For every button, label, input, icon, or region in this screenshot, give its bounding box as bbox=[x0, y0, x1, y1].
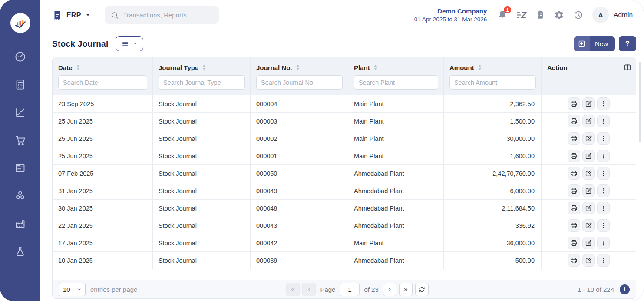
print-button[interactable] bbox=[568, 115, 580, 127]
cell-actions bbox=[542, 113, 636, 130]
view-menu-button[interactable] bbox=[116, 36, 143, 51]
table-row[interactable]: 25 Jun 2025 Stock Journal 000003 Main Pl… bbox=[53, 112, 636, 130]
column-chooser-icon[interactable] bbox=[624, 64, 631, 71]
table-row[interactable]: 22 Jan 2025 Stock Journal 000043 Ahmedab… bbox=[53, 217, 636, 234]
table-row[interactable]: 23 Sep 2025 Stock Journal 000004 Main Pl… bbox=[53, 95, 636, 112]
more-options-button[interactable] bbox=[597, 150, 610, 162]
fiscal-period: 01 Apr 2025 to 31 Mar 2026 bbox=[414, 16, 487, 24]
sort-icon[interactable] bbox=[296, 65, 300, 70]
more-options-button[interactable] bbox=[597, 219, 610, 232]
sort-icon[interactable] bbox=[478, 65, 482, 70]
sidebar-item-documents[interactable] bbox=[14, 162, 26, 174]
page-size-select[interactable]: 10 bbox=[59, 283, 86, 296]
tasks-button[interactable] bbox=[535, 10, 545, 20]
edit-button[interactable] bbox=[582, 97, 595, 110]
user-name: Admin bbox=[614, 11, 633, 19]
edit-button[interactable] bbox=[582, 254, 595, 267]
more-options-button[interactable] bbox=[597, 115, 610, 127]
table-row[interactable]: 10 Jan 2025 Stock Journal 000039 Ahmedab… bbox=[53, 251, 636, 269]
cell-amount: 336.92 bbox=[444, 217, 542, 234]
more-options-button[interactable] bbox=[597, 184, 610, 197]
sidebar-item-manufacturing[interactable] bbox=[14, 217, 26, 230]
edit-button[interactable] bbox=[582, 219, 595, 232]
edit-button[interactable] bbox=[582, 167, 595, 180]
next-page-button[interactable]: › bbox=[383, 283, 396, 296]
first-page-button[interactable]: « bbox=[286, 283, 300, 296]
edit-button[interactable] bbox=[582, 150, 595, 162]
table-row[interactable]: 30 Jan 2025 Stock Journal 000048 Ahmedab… bbox=[53, 199, 636, 217]
more-options-button[interactable] bbox=[597, 167, 610, 180]
search-journal-type-input[interactable] bbox=[159, 75, 245, 90]
sidebar-item-quality[interactable] bbox=[14, 245, 26, 258]
sort-icon[interactable] bbox=[76, 65, 80, 70]
info-icon[interactable]: i bbox=[620, 284, 630, 294]
more-options-button[interactable] bbox=[597, 97, 610, 110]
sidebar-item-accounting[interactable] bbox=[14, 78, 26, 90]
history-button[interactable] bbox=[573, 10, 583, 20]
print-button[interactable] bbox=[568, 254, 580, 267]
erp-module-menu[interactable]: ERP bbox=[52, 10, 91, 20]
column-header-journal-no[interactable]: Journal No. bbox=[251, 57, 348, 74]
more-options-button[interactable] bbox=[597, 237, 610, 249]
sidebar-item-inventory[interactable] bbox=[14, 190, 26, 202]
search-journal-no-input[interactable] bbox=[256, 75, 343, 90]
print-button[interactable] bbox=[568, 97, 580, 110]
print-button[interactable] bbox=[568, 132, 580, 145]
print-button[interactable] bbox=[568, 184, 580, 197]
print-button[interactable] bbox=[568, 219, 580, 232]
edit-icon bbox=[585, 100, 592, 107]
user-menu[interactable]: A Admin bbox=[592, 7, 633, 23]
more-options-button[interactable] bbox=[597, 202, 610, 214]
edit-button[interactable] bbox=[582, 184, 595, 197]
edit-icon bbox=[585, 170, 592, 177]
vertical-scrollbar[interactable] bbox=[639, 62, 641, 142]
kebab-menu-icon bbox=[600, 187, 607, 194]
edit-button[interactable] bbox=[582, 237, 595, 249]
table-row[interactable]: 17 Jan 2025 Stock Journal 000042 Main Pl… bbox=[53, 234, 636, 251]
sidebar-item-sales[interactable] bbox=[14, 134, 26, 146]
edit-button[interactable] bbox=[582, 202, 595, 214]
cell-date: 10 Jan 2025 bbox=[53, 252, 153, 269]
print-button[interactable] bbox=[568, 167, 580, 180]
sort-icon[interactable] bbox=[374, 65, 377, 70]
refresh-button[interactable] bbox=[415, 283, 429, 296]
notifications-button[interactable]: 1 bbox=[497, 10, 508, 20]
company-info[interactable]: Demo Company 01 Apr 2025 to 31 Mar 2026 bbox=[414, 7, 487, 24]
column-label: Date bbox=[58, 64, 73, 71]
search-date-input[interactable] bbox=[58, 75, 147, 90]
cell-actions bbox=[542, 234, 636, 251]
sort-icon[interactable] bbox=[202, 65, 206, 70]
table-row[interactable]: 07 Feb 2025 Stock Journal 000050 Ahmedab… bbox=[53, 164, 636, 182]
current-page-input[interactable] bbox=[340, 283, 360, 296]
help-button[interactable]: ? bbox=[619, 36, 636, 51]
prev-page-button[interactable]: ‹ bbox=[302, 283, 316, 296]
search-amount-input[interactable] bbox=[449, 75, 536, 90]
edit-button[interactable] bbox=[582, 132, 595, 145]
receipt-icon bbox=[52, 10, 63, 20]
column-header-journal-type[interactable]: Journal Type bbox=[153, 57, 251, 74]
search-plant-input[interactable] bbox=[354, 75, 438, 90]
table-row[interactable]: 25 Jun 2025 Stock Journal 000001 Main Pl… bbox=[53, 147, 636, 164]
more-options-button[interactable] bbox=[597, 254, 610, 267]
print-button[interactable] bbox=[568, 202, 580, 214]
more-options-button[interactable] bbox=[597, 132, 610, 145]
table-row[interactable]: 25 Jun 2025 Stock Journal 000002 Main Pl… bbox=[53, 130, 636, 147]
column-header-amount[interactable]: Amount bbox=[444, 57, 542, 74]
global-search[interactable]: Transactions, Reports... bbox=[105, 6, 219, 24]
new-button[interactable]: New bbox=[574, 36, 615, 51]
column-header-date[interactable]: Date bbox=[53, 57, 153, 74]
table-row[interactable]: 31 Jan 2025 Stock Journal 000049 Ahmedab… bbox=[53, 182, 636, 199]
sidebar-item-analytics[interactable] bbox=[14, 106, 26, 118]
z-app-icon[interactable]: Z bbox=[517, 10, 526, 20]
app-logo[interactable] bbox=[10, 13, 30, 33]
cell-actions bbox=[542, 182, 636, 199]
sidebar-item-dashboard[interactable] bbox=[14, 50, 26, 63]
column-header-plant[interactable]: Plant bbox=[348, 57, 444, 74]
cell-amount: 36,000.00 bbox=[444, 234, 542, 251]
edit-button[interactable] bbox=[582, 115, 595, 127]
print-button[interactable] bbox=[568, 237, 580, 249]
settings-button[interactable] bbox=[554, 10, 564, 20]
cell-actions bbox=[542, 200, 636, 217]
print-button[interactable] bbox=[568, 150, 580, 162]
last-page-button[interactable]: » bbox=[399, 283, 413, 296]
